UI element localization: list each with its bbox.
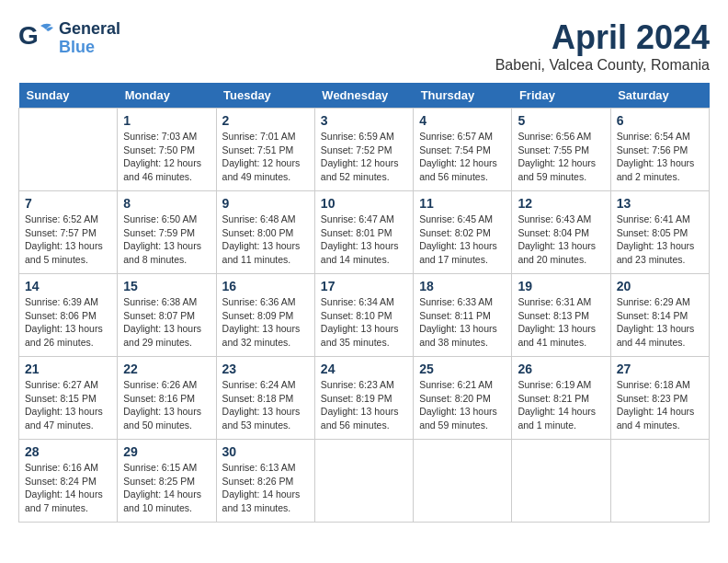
- day-info: Sunrise: 6:52 AM Sunset: 7:57 PM Dayligh…: [25, 213, 111, 267]
- page-header: G General Blue April 2024 Babeni, Valcea…: [18, 18, 710, 74]
- day-info: Sunrise: 7:03 AM Sunset: 7:50 PM Dayligh…: [123, 130, 210, 184]
- day-number: 12: [518, 196, 604, 211]
- header-sunday: Sunday: [19, 83, 118, 109]
- day-number: 4: [419, 113, 506, 128]
- day-info: Sunrise: 6:21 AM Sunset: 8:20 PM Dayligh…: [419, 378, 506, 432]
- calendar-cell: 25Sunrise: 6:21 AM Sunset: 8:20 PM Dayli…: [414, 357, 512, 440]
- day-info: Sunrise: 6:27 AM Sunset: 8:15 PM Dayligh…: [25, 378, 111, 432]
- month-title: April 2024: [495, 18, 710, 57]
- calendar-cell: 18Sunrise: 6:33 AM Sunset: 8:11 PM Dayli…: [414, 274, 512, 357]
- logo-text-wrapper: General Blue: [59, 20, 120, 57]
- day-info: Sunrise: 6:59 AM Sunset: 7:52 PM Dayligh…: [321, 130, 407, 184]
- logo-blue: Blue: [59, 39, 95, 57]
- svg-text:G: G: [18, 21, 39, 50]
- calendar-week-2: 7Sunrise: 6:52 AM Sunset: 7:57 PM Daylig…: [19, 191, 710, 274]
- calendar-week-5: 28Sunrise: 6:16 AM Sunset: 8:24 PM Dayli…: [19, 440, 710, 523]
- day-number: 26: [518, 362, 604, 376]
- calendar-cell: 5Sunrise: 6:56 AM Sunset: 7:55 PM Daylig…: [512, 109, 610, 191]
- day-info: Sunrise: 6:56 AM Sunset: 7:55 PM Dayligh…: [518, 130, 604, 184]
- calendar-cell: 3Sunrise: 6:59 AM Sunset: 7:52 PM Daylig…: [314, 109, 413, 191]
- day-info: Sunrise: 6:23 AM Sunset: 8:19 PM Dayligh…: [321, 378, 407, 432]
- day-info: Sunrise: 6:45 AM Sunset: 8:02 PM Dayligh…: [419, 213, 506, 267]
- calendar-cell: 11Sunrise: 6:45 AM Sunset: 8:02 PM Dayli…: [414, 191, 512, 274]
- day-number: 17: [321, 279, 407, 293]
- day-info: Sunrise: 6:31 AM Sunset: 8:13 PM Dayligh…: [518, 295, 604, 350]
- day-number: 14: [25, 279, 111, 293]
- calendar-cell: 13Sunrise: 6:41 AM Sunset: 8:05 PM Dayli…: [610, 191, 709, 274]
- calendar-cell: 6Sunrise: 6:54 AM Sunset: 7:56 PM Daylig…: [610, 109, 709, 191]
- header-monday: Monday: [118, 83, 216, 109]
- day-number: 7: [25, 196, 111, 211]
- calendar-cell: [314, 440, 413, 523]
- header-wednesday: Wednesday: [314, 83, 413, 109]
- day-info: Sunrise: 6:54 AM Sunset: 7:56 PM Dayligh…: [617, 130, 703, 184]
- calendar-week-1: 1Sunrise: 7:03 AM Sunset: 7:50 PM Daylig…: [19, 109, 710, 191]
- calendar-cell: 10Sunrise: 6:47 AM Sunset: 8:01 PM Dayli…: [314, 191, 413, 274]
- day-info: Sunrise: 6:33 AM Sunset: 8:11 PM Dayligh…: [419, 295, 506, 350]
- calendar-table: Sunday Monday Tuesday Wednesday Thursday…: [18, 83, 710, 523]
- day-info: Sunrise: 6:41 AM Sunset: 8:05 PM Dayligh…: [617, 213, 703, 267]
- calendar-cell: [414, 440, 512, 523]
- day-number: 30: [222, 444, 309, 459]
- day-info: Sunrise: 6:19 AM Sunset: 8:21 PM Dayligh…: [518, 378, 604, 432]
- day-number: 10: [321, 196, 407, 211]
- day-number: 19: [518, 279, 604, 293]
- calendar-week-4: 21Sunrise: 6:27 AM Sunset: 8:15 PM Dayli…: [19, 357, 710, 440]
- day-number: 5: [518, 113, 604, 128]
- day-number: 8: [123, 196, 210, 211]
- day-number: 27: [617, 362, 703, 376]
- day-number: 21: [25, 362, 111, 376]
- calendar-cell: 8Sunrise: 6:50 AM Sunset: 7:59 PM Daylig…: [118, 191, 216, 274]
- calendar-cell: 4Sunrise: 6:57 AM Sunset: 7:54 PM Daylig…: [414, 109, 512, 191]
- day-number: 6: [617, 113, 703, 128]
- day-info: Sunrise: 6:43 AM Sunset: 8:04 PM Dayligh…: [518, 213, 604, 267]
- calendar-cell: 2Sunrise: 7:01 AM Sunset: 7:51 PM Daylig…: [216, 109, 314, 191]
- day-info: Sunrise: 6:26 AM Sunset: 8:16 PM Dayligh…: [123, 378, 210, 432]
- calendar-cell: 16Sunrise: 6:36 AM Sunset: 8:09 PM Dayli…: [216, 274, 314, 357]
- calendar-cell: 19Sunrise: 6:31 AM Sunset: 8:13 PM Dayli…: [512, 274, 610, 357]
- calendar-cell: 24Sunrise: 6:23 AM Sunset: 8:19 PM Dayli…: [314, 357, 413, 440]
- day-info: Sunrise: 6:15 AM Sunset: 8:25 PM Dayligh…: [123, 461, 210, 515]
- day-number: 13: [617, 196, 703, 211]
- day-number: 25: [419, 362, 506, 376]
- day-number: 16: [222, 279, 309, 293]
- day-info: Sunrise: 7:01 AM Sunset: 7:51 PM Dayligh…: [222, 130, 309, 184]
- title-section: April 2024 Babeni, Valcea County, Romani…: [495, 18, 710, 74]
- calendar-header-row: Sunday Monday Tuesday Wednesday Thursday…: [19, 83, 710, 109]
- day-info: Sunrise: 6:57 AM Sunset: 7:54 PM Dayligh…: [419, 130, 506, 184]
- day-number: 29: [123, 444, 210, 459]
- day-info: Sunrise: 6:18 AM Sunset: 8:23 PM Dayligh…: [617, 378, 703, 432]
- logo: G General Blue: [18, 18, 120, 59]
- calendar-cell: 21Sunrise: 6:27 AM Sunset: 8:15 PM Dayli…: [19, 357, 118, 440]
- day-number: 20: [617, 279, 703, 293]
- day-info: Sunrise: 6:48 AM Sunset: 8:00 PM Dayligh…: [222, 213, 309, 267]
- day-number: 9: [222, 196, 309, 211]
- day-info: Sunrise: 6:16 AM Sunset: 8:24 PM Dayligh…: [25, 461, 111, 515]
- calendar-cell: 1Sunrise: 7:03 AM Sunset: 7:50 PM Daylig…: [118, 109, 216, 191]
- header-tuesday: Tuesday: [216, 83, 314, 109]
- logo-icon: G: [18, 18, 55, 59]
- header-friday: Friday: [512, 83, 610, 109]
- calendar-cell: 15Sunrise: 6:38 AM Sunset: 8:07 PM Dayli…: [118, 274, 216, 357]
- calendar-cell: 20Sunrise: 6:29 AM Sunset: 8:14 PM Dayli…: [610, 274, 709, 357]
- day-info: Sunrise: 6:24 AM Sunset: 8:18 PM Dayligh…: [222, 378, 309, 432]
- day-number: 15: [123, 279, 210, 293]
- day-number: 2: [222, 113, 309, 128]
- day-number: 18: [419, 279, 506, 293]
- calendar-cell: [610, 440, 709, 523]
- header-thursday: Thursday: [414, 83, 512, 109]
- calendar-cell: 26Sunrise: 6:19 AM Sunset: 8:21 PM Dayli…: [512, 357, 610, 440]
- calendar-cell: [512, 440, 610, 523]
- calendar-week-3: 14Sunrise: 6:39 AM Sunset: 8:06 PM Dayli…: [19, 274, 710, 357]
- calendar-cell: 29Sunrise: 6:15 AM Sunset: 8:25 PM Dayli…: [118, 440, 216, 523]
- calendar-cell: 23Sunrise: 6:24 AM Sunset: 8:18 PM Dayli…: [216, 357, 314, 440]
- day-info: Sunrise: 6:47 AM Sunset: 8:01 PM Dayligh…: [321, 213, 407, 267]
- calendar-cell: 14Sunrise: 6:39 AM Sunset: 8:06 PM Dayli…: [19, 274, 118, 357]
- calendar-cell: 22Sunrise: 6:26 AM Sunset: 8:16 PM Dayli…: [118, 357, 216, 440]
- day-number: 22: [123, 362, 210, 376]
- calendar-cell: [19, 109, 118, 191]
- day-number: 11: [419, 196, 506, 211]
- logo-general: General: [59, 20, 120, 39]
- calendar-cell: 17Sunrise: 6:34 AM Sunset: 8:10 PM Dayli…: [314, 274, 413, 357]
- day-info: Sunrise: 6:29 AM Sunset: 8:14 PM Dayligh…: [617, 295, 703, 350]
